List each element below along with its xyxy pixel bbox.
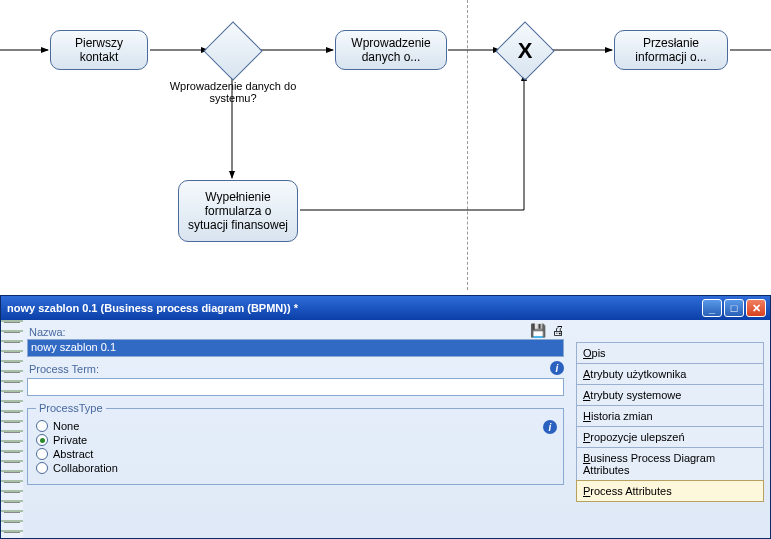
save-icon[interactable]: 💾 <box>530 322 546 338</box>
nav-improvements[interactable]: Propozycje ulepszeń <box>576 426 764 448</box>
nav-user-attributes[interactable]: Atrybuty użytkownika <box>576 363 764 385</box>
window-title: nowy szablon 0.1 (Business process diagr… <box>7 302 298 314</box>
close-button[interactable]: ✕ <box>746 299 766 317</box>
task-label: Wypełnienie formularza o sytuacji finans… <box>187 190 289 232</box>
term-label: Process Term: <box>29 363 99 375</box>
radio-label: Collaboration <box>53 462 118 474</box>
info-icon[interactable]: i <box>550 361 564 375</box>
radio-none[interactable]: None <box>36 420 555 432</box>
nav-system-attributes[interactable]: Atrybuty systemowe <box>576 384 764 406</box>
task-label: Przesłanie informacji o... <box>623 36 719 64</box>
name-label: Nazwa: <box>29 326 564 338</box>
minimize-button[interactable]: _ <box>702 299 722 317</box>
task-enter-data[interactable]: Wprowadzenie danych o... <box>335 30 447 70</box>
process-type-group: ProcessType i None Private Abstract Coll… <box>27 402 564 485</box>
name-input[interactable]: nowy szablon 0.1 <box>27 339 564 357</box>
nav-panel: Opis Atrybuty użytkownika Atrybuty syste… <box>572 320 770 538</box>
task-label: Wprowadzenie danych o... <box>344 36 438 64</box>
print-icon[interactable]: 🖨 <box>550 322 566 338</box>
notebook-spiral <box>1 320 23 538</box>
radio-collaboration[interactable]: Collaboration <box>36 462 555 474</box>
task-send-info[interactable]: Przesłanie informacji o... <box>614 30 728 70</box>
window-titlebar[interactable]: nowy szablon 0.1 (Business process diagr… <box>1 296 770 320</box>
term-input[interactable] <box>27 378 564 396</box>
radio-label: None <box>53 420 79 432</box>
maximize-button[interactable]: □ <box>724 299 744 317</box>
task-label: Pierwszy kontakt <box>59 36 139 64</box>
nav-description[interactable]: Opis <box>576 342 764 364</box>
gateway-merge[interactable]: X <box>495 21 554 80</box>
gateway-label: Wprowadzenie danych do systemu? <box>163 80 303 104</box>
bpmn-diagram: Pierwszy kontakt Wprowadzenie danych do … <box>0 0 771 290</box>
gateway-x-icon: X <box>505 31 545 71</box>
radio-label: Abstract <box>53 448 93 460</box>
task-first-contact[interactable]: Pierwszy kontakt <box>50 30 148 70</box>
process-type-legend: ProcessType <box>36 402 106 414</box>
nav-history[interactable]: Historia zmian <box>576 405 764 427</box>
radio-abstract[interactable]: Abstract <box>36 448 555 460</box>
gateway-decision[interactable] <box>203 21 262 80</box>
task-fill-form[interactable]: Wypełnienie formularza o sytuacji finans… <box>178 180 298 242</box>
swimlane-divider <box>467 0 468 290</box>
radio-label: Private <box>53 434 87 446</box>
nav-bpd-attributes[interactable]: Business Process Diagram Attributes <box>576 447 764 481</box>
radio-private[interactable]: Private <box>36 434 555 446</box>
form-panel: 💾 🖨 Nazwa: nowy szablon 0.1 Process Term… <box>23 320 572 538</box>
properties-window: nowy szablon 0.1 (Business process diagr… <box>0 295 771 539</box>
nav-process-attributes[interactable]: Process Attributes <box>576 480 764 502</box>
info-icon[interactable]: i <box>543 420 557 434</box>
